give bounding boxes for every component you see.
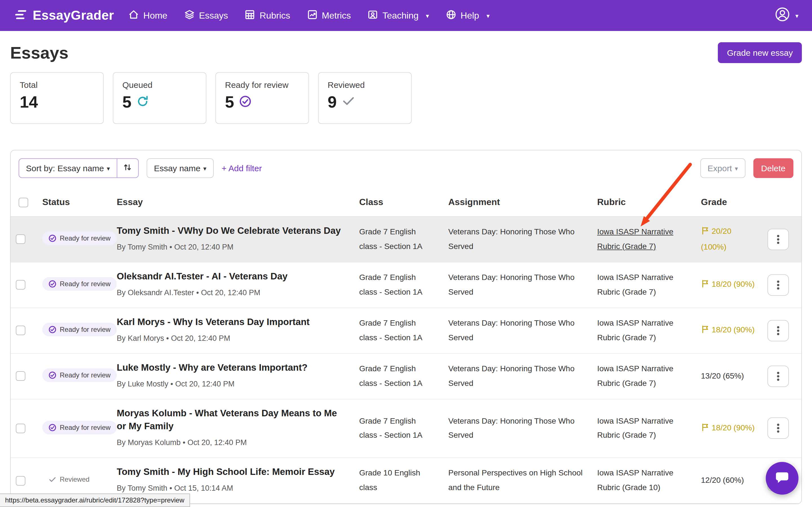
rubric-link[interactable]: Iowa ISASP Narrative Rubric (Grade 7)	[597, 318, 673, 342]
brand[interactable]: EssayGrader	[13, 7, 114, 24]
stat-card-total: Total 14	[10, 72, 104, 124]
page-header: Essays Grade new essay	[0, 31, 812, 72]
status-badge: Ready for review	[42, 277, 117, 291]
grade-cell: 13/20 (65%)	[701, 369, 767, 383]
stats-cards: Total 14 Queued 5 Ready for review 5 Rev…	[0, 72, 812, 124]
check-circle-icon	[239, 93, 252, 112]
grade-cell: 20/20 (100%)	[701, 224, 767, 255]
essays-icon	[185, 9, 195, 22]
export-button[interactable]: Export	[700, 158, 746, 178]
select-all-checkbox[interactable]	[18, 198, 28, 207]
essay-byline: By Tomy Smith • Oct 20, 12:40 PM	[117, 240, 347, 255]
grade-value: 13/20 (65%)	[701, 371, 744, 380]
status-badge: Ready for review	[42, 231, 117, 245]
add-filter-button[interactable]: + Add filter	[221, 163, 262, 173]
row-actions-button[interactable]	[767, 320, 789, 341]
link-preview-statusbar: https://beta.essaygrader.ai/rubric/edit/…	[0, 494, 190, 507]
status-badge: Reviewed	[42, 473, 96, 487]
rubric-cell: Iowa ISASP Narrative Rubric (Grade 7)	[597, 225, 701, 254]
rubric-cell: Iowa ISASP Narrative Rubric (Grade 10)	[597, 466, 701, 496]
essaygrader-logo-icon	[13, 7, 28, 24]
sort-arrows-icon	[123, 163, 132, 173]
delete-button[interactable]: Delete	[753, 158, 794, 178]
essay-title[interactable]: Moryas Kolumb - What Veterans Day Means …	[117, 406, 347, 434]
rubrics-icon	[245, 9, 255, 22]
nav-item-rubrics[interactable]: Rubrics	[245, 9, 290, 22]
kebab-icon	[777, 329, 779, 332]
check-icon	[49, 476, 56, 484]
nav-item-home[interactable]: Home	[129, 9, 167, 22]
row-actions-button[interactable]	[767, 229, 789, 250]
flag-icon	[701, 278, 709, 293]
brand-name: EssayGrader	[33, 8, 114, 23]
class-cell: Grade 7 English class - Section 1A	[359, 316, 448, 345]
rubric-link[interactable]: Iowa ISASP Narrative Rubric (Grade 7)	[597, 227, 673, 251]
essay-byline: By Moryas Kolumb • Oct 20, 12:40 PM	[117, 436, 347, 450]
status-label: Ready for review	[60, 424, 110, 431]
essay-title[interactable]: Karl Morys - Why Is Veterans Day Importa…	[117, 316, 347, 329]
assignment-cell: Veterans Day: Honoring Those Who Served	[448, 361, 597, 391]
essay-title[interactable]: Luke Mostly - Why are Veterans Important…	[117, 361, 347, 374]
table-row[interactable]: Ready for review Oleksandr AI.Tester - A…	[11, 263, 801, 308]
kebab-icon	[777, 427, 779, 430]
row-checkbox[interactable]	[15, 326, 25, 335]
row-actions-button[interactable]	[767, 365, 789, 387]
check-circle-icon	[49, 280, 56, 288]
sort-by-button[interactable]: Sort by: Essay name	[18, 158, 117, 178]
class-cell: Grade 7 English class - Section 1A	[359, 361, 448, 391]
flag-icon	[701, 225, 709, 240]
rubric-link[interactable]: Iowa ISASP Narrative Rubric (Grade 7)	[597, 273, 673, 296]
chat-widget-button[interactable]	[766, 462, 799, 495]
check-circle-icon	[49, 424, 56, 431]
chat-bubble-icon	[774, 469, 790, 487]
status-badge: Ready for review	[42, 420, 117, 434]
table-row[interactable]: Ready for review Moryas Kolumb - What Ve…	[11, 399, 801, 458]
header-essay: Essay	[117, 191, 359, 216]
header-rubric: Rubric	[597, 191, 701, 216]
row-checkbox[interactable]	[15, 424, 25, 433]
row-actions-button[interactable]	[767, 418, 789, 439]
home-icon	[129, 9, 139, 22]
row-checkbox[interactable]	[15, 280, 25, 290]
table-row[interactable]: Ready for review Tomy Smith - VWhy Do We…	[11, 217, 801, 263]
essays-table-panel: Sort by: Essay name Essay name + Add fil…	[10, 150, 802, 504]
nav-item-essays[interactable]: Essays	[185, 9, 228, 22]
user-menu[interactable]	[775, 7, 799, 24]
check-circle-icon	[49, 234, 56, 242]
grade-cell: 18/20 (90%)	[701, 323, 767, 339]
essay-title[interactable]: Tomy Smith - My High School Life: Memoir…	[117, 466, 347, 479]
table-row[interactable]: Ready for review Karl Morys - Why Is Vet…	[11, 308, 801, 354]
sort-direction-button[interactable]	[117, 158, 139, 178]
table-row[interactable]: Ready for review Luke Mostly - Why are V…	[11, 353, 801, 399]
nav-item-metrics[interactable]: Metrics	[307, 9, 351, 22]
status-label: Ready for review	[60, 326, 110, 333]
sort-control: Sort by: Essay name	[18, 158, 139, 178]
class-cell: Grade 7 English class - Section 1A	[359, 414, 448, 443]
nav-item-teaching[interactable]: Teaching	[368, 9, 429, 22]
essay-byline: By Oleksandr AI.Tester • Oct 20, 12:40 P…	[117, 286, 347, 300]
page-title: Essays	[10, 43, 68, 62]
essay-title[interactable]: Tomy Smith - VWhy Do We Celebrate Vetera…	[117, 224, 347, 238]
grade-new-essay-button[interactable]: Grade new essay	[718, 42, 802, 63]
grade-cell: 18/20 (90%)	[701, 277, 767, 293]
rubric-link[interactable]: Iowa ISASP Narrative Rubric (Grade 10)	[597, 468, 673, 492]
row-checkbox[interactable]	[15, 235, 25, 244]
row-checkbox[interactable]	[15, 371, 25, 381]
check-icon	[342, 93, 355, 112]
rubric-cell: Iowa ISASP Narrative Rubric (Grade 7)	[597, 361, 701, 391]
teaching-icon	[368, 9, 378, 22]
essay-byline: By Luke Mostly • Oct 20, 12:40 PM	[117, 377, 347, 391]
rubric-cell: Iowa ISASP Narrative Rubric (Grade 7)	[597, 270, 701, 300]
table-toolbar: Sort by: Essay name Essay name + Add fil…	[11, 151, 801, 186]
rubric-link[interactable]: Iowa ISASP Narrative Rubric (Grade 7)	[597, 363, 673, 387]
flag-icon	[701, 324, 709, 339]
grade-value: 12/20 (60%)	[701, 476, 744, 485]
rubric-link[interactable]: Iowa ISASP Narrative Rubric (Grade 7)	[597, 416, 673, 440]
grade-cell: 18/20 (90%)	[701, 420, 767, 436]
filter-field-button[interactable]: Essay name	[147, 158, 214, 178]
nav-item-help[interactable]: Help	[446, 9, 490, 22]
row-checkbox[interactable]	[15, 476, 25, 486]
row-actions-button[interactable]	[767, 274, 789, 296]
essay-title[interactable]: Oleksandr AI.Tester - AI - Veterans Day	[117, 270, 347, 283]
status-label: Ready for review	[60, 281, 110, 287]
